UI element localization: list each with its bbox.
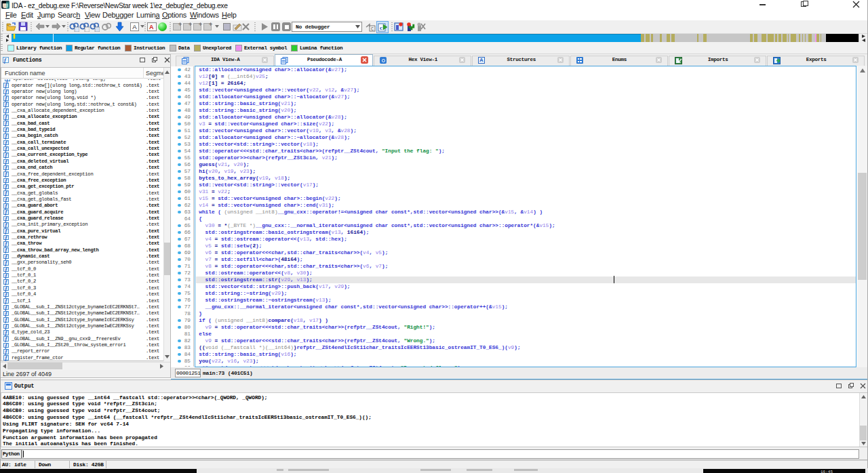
svg-text:C: C <box>371 26 374 32</box>
svg-text:c: c <box>380 24 382 31</box>
